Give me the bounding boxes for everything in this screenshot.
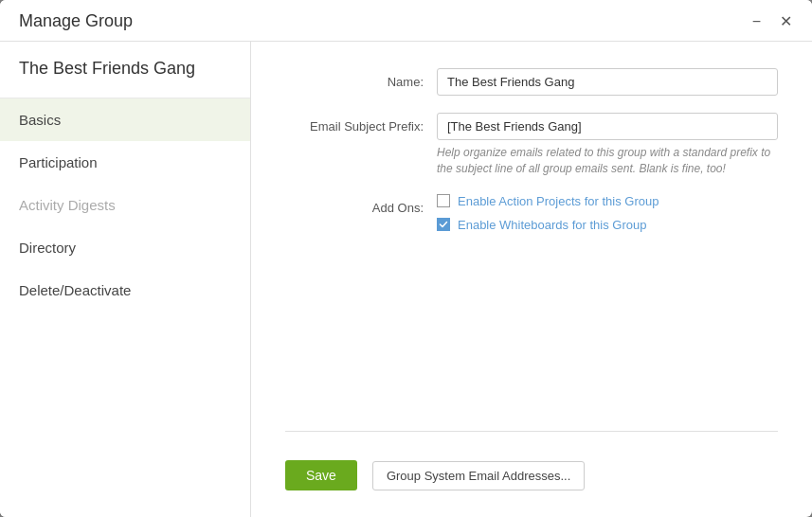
email-subject-label: Email Subject Prefix:	[285, 113, 437, 134]
addon-action-projects-row: Enable Action Projects for this Group	[437, 194, 778, 208]
modal-body: The Best Friends Gang Basics Participati…	[0, 42, 812, 517]
addon-whiteboards-row: Enable Whiteboards for this Group	[437, 218, 778, 232]
main-content: Name: Email Subject Prefix: Help organiz…	[251, 42, 812, 517]
addon-action-projects-label[interactable]: Enable Action Projects for this Group	[458, 194, 659, 208]
save-button[interactable]: Save	[285, 460, 357, 490]
name-input-wrap	[437, 68, 778, 96]
section-divider	[285, 431, 778, 432]
close-button[interactable]: ✕	[775, 12, 797, 31]
addon-whiteboards-checkbox[interactable]	[437, 218, 450, 231]
manage-group-modal: Manage Group − ✕ The Best Friends Gang B…	[0, 0, 812, 517]
modal-title: Manage Group	[19, 11, 133, 31]
addon-whiteboards-label[interactable]: Enable Whiteboards for this Group	[458, 218, 646, 232]
sidebar-item-directory[interactable]: Directory	[0, 226, 250, 269]
checkmark-icon	[439, 220, 448, 229]
sidebar-item-delete-deactivate[interactable]: Delete/Deactivate	[0, 269, 250, 312]
sidebar-item-basics[interactable]: Basics	[0, 98, 250, 141]
email-subject-input[interactable]	[437, 113, 778, 140]
footer-actions: Save Group System Email Addresses...	[285, 447, 778, 498]
addons-wrap: Enable Action Projects for this Group En…	[437, 194, 778, 241]
sidebar: The Best Friends Gang Basics Participati…	[0, 42, 251, 517]
titlebar-controls: − ✕	[748, 12, 797, 31]
addons-label: Add Ons:	[285, 194, 437, 215]
email-subject-wrap: Help organize emails related to this gro…	[437, 113, 778, 177]
sidebar-nav: Basics Participation Activity Digests Di…	[0, 98, 250, 312]
email-subject-row: Email Subject Prefix: Help organize emai…	[285, 113, 778, 177]
form-section: Name: Email Subject Prefix: Help organiz…	[285, 68, 778, 412]
email-subject-help: Help organize emails related to this gro…	[437, 145, 778, 177]
name-row: Name:	[285, 68, 778, 96]
addons-row: Add Ons: Enable Action Projects for this…	[285, 194, 778, 241]
sidebar-item-participation[interactable]: Participation	[0, 141, 250, 184]
addon-action-projects-checkbox[interactable]	[437, 194, 450, 207]
name-input[interactable]	[437, 68, 778, 96]
minimize-button[interactable]: −	[748, 12, 766, 31]
name-label: Name:	[285, 68, 437, 89]
sidebar-item-activity-digests: Activity Digests	[0, 184, 250, 226]
email-addresses-button[interactable]: Group System Email Addresses...	[372, 461, 585, 490]
modal-titlebar: Manage Group − ✕	[0, 0, 812, 42]
sidebar-group-name: The Best Friends Gang	[0, 42, 250, 98]
